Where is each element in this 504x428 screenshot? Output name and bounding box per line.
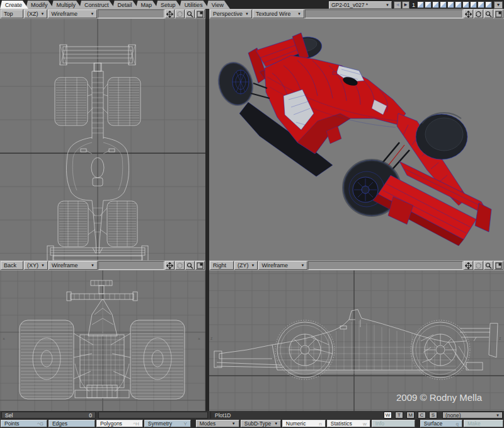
render-mode-dropdown[interactable]: Wireframe▼	[258, 261, 307, 270]
axes-button[interactable]: (XZ)▼	[24, 9, 47, 18]
points-mode-button[interactable]: Points^G	[1, 420, 47, 427]
info-panel-button[interactable]: Info	[372, 420, 415, 427]
tab-utilities[interactable]: Utilities	[180, 1, 209, 9]
render-mode-dropdown[interactable]: Wireframe▼	[48, 9, 97, 18]
viewport-titlebar[interactable]	[98, 9, 164, 18]
maximize-icon[interactable]	[494, 261, 503, 270]
axes-button[interactable]: (XY)▼	[24, 261, 48, 270]
statistics-panel-button[interactable]: Statisticsw	[327, 420, 370, 427]
vmap-selector-dropdown[interactable]: (none) ▼	[442, 412, 503, 419]
vmap-weight-button[interactable]: W	[384, 412, 392, 419]
maximize-icon[interactable]	[195, 261, 205, 270]
surface-button[interactable]: Surfaceq	[420, 420, 462, 427]
perspective-viewport-header: Perspective▼ Textured Wire▼	[209, 9, 504, 19]
rotate-icon[interactable]	[175, 261, 185, 270]
pan-icon[interactable]	[464, 261, 473, 270]
view-type-button[interactable]: Top	[1, 9, 23, 18]
zoom-icon[interactable]	[185, 261, 195, 270]
view-type-dropdown[interactable]: Perspective▼	[210, 9, 252, 18]
layer-box[interactable]	[447, 1, 454, 8]
modes-menu-button[interactable]: Modes▼	[196, 420, 239, 427]
tab-construct[interactable]: Construct	[79, 1, 115, 9]
status-bar: Sel 0 Plot1D W T M C S (none) ▼	[0, 411, 504, 419]
rotate-icon[interactable]	[175, 9, 185, 18]
symmetry-button[interactable]: SymmetryY	[144, 420, 191, 427]
vmap-color-button[interactable]: C	[418, 412, 426, 419]
layer-box[interactable]	[455, 1, 462, 8]
edges-mode-button[interactable]: Edges	[49, 420, 95, 427]
object-layer-bar: GP2-01_v027 * ▼ ◄ ► 1 ▼	[329, 1, 504, 9]
layer-box[interactable]	[478, 1, 484, 8]
pan-icon[interactable]	[165, 261, 175, 270]
top-viewport[interactable]	[0, 19, 205, 260]
numeric-panel-button[interactable]: Numericn	[282, 420, 326, 427]
viewport-titlebar[interactable]	[305, 9, 463, 18]
viewport-titlebar[interactable]	[98, 261, 164, 270]
layer-box[interactable]	[440, 1, 447, 8]
separator	[416, 420, 419, 427]
axes-button[interactable]: (ZY)▼	[234, 261, 258, 270]
sel-label: Sel	[5, 412, 13, 419]
viewport-row-top	[0, 19, 504, 260]
right-viewport[interactable]: z z	[209, 270, 504, 411]
dropdown-arrow-icon: ▼	[301, 263, 305, 267]
maximize-icon[interactable]	[494, 9, 503, 18]
axis-label-left: ×	[3, 337, 5, 341]
layer-menu-button[interactable]: ▼	[494, 1, 503, 9]
layer-box[interactable]	[425, 1, 432, 8]
maximize-icon[interactable]	[195, 9, 205, 18]
dropdown-arrow-icon: ▼	[496, 414, 500, 417]
render-mode-dropdown[interactable]: Wireframe▼	[49, 261, 98, 270]
status-info-field	[98, 412, 208, 419]
layer-box[interactable]	[462, 1, 469, 8]
layer-box[interactable]	[470, 1, 477, 8]
main-menu-tabbar: Create Modify Multiply Construct Detail …	[0, 0, 504, 9]
vmap-selection-button[interactable]: S	[429, 412, 437, 419]
mode-button-bar: Points^G Edges Polygons^H SymmetryY Mode…	[0, 419, 504, 428]
make-button[interactable]: Make	[464, 420, 503, 427]
perspective-canvas[interactable]	[209, 19, 504, 260]
dropdown-arrow-icon: ▼	[229, 422, 236, 425]
object-selector[interactable]: GP2-01_v027 * ▼	[329, 1, 392, 9]
tab-map[interactable]: Map	[136, 1, 159, 9]
separator	[192, 420, 195, 427]
view-type-button[interactable]: Right	[210, 261, 234, 270]
vmap-morph-button[interactable]: M	[406, 412, 415, 419]
vmap-texture-button[interactable]: T	[395, 412, 403, 419]
tab-multiply[interactable]: Multiply	[52, 1, 83, 9]
zoom-icon[interactable]	[185, 9, 195, 18]
perspective-viewport[interactable]	[209, 19, 504, 260]
rotate-icon[interactable]	[474, 261, 483, 270]
polygons-mode-button[interactable]: Polygons^H	[96, 420, 143, 427]
axis-label-left: z	[210, 336, 213, 340]
next-layer-button[interactable]: ►	[402, 1, 410, 9]
viewport-background	[209, 270, 504, 411]
zoom-icon[interactable]	[484, 261, 493, 270]
dropdown-arrow-icon: ▼	[297, 12, 301, 16]
layer-box[interactable]	[432, 1, 439, 8]
zoom-icon[interactable]	[484, 9, 493, 18]
render-mode-dropdown[interactable]: Textured Wire▼	[253, 9, 304, 18]
sel-value: 0	[89, 412, 92, 419]
pan-icon[interactable]	[464, 9, 473, 18]
tab-view[interactable]: View	[207, 1, 230, 9]
axis-label-right: ×	[198, 337, 200, 341]
layer-box[interactable]	[485, 1, 492, 8]
tab-create[interactable]: Create	[0, 1, 28, 9]
viewport-titlebar[interactable]	[308, 261, 463, 270]
back-viewport[interactable]: × ×	[0, 270, 205, 411]
right-view-canvas[interactable]: z z	[209, 270, 504, 411]
layer-box[interactable]	[417, 1, 424, 8]
rotate-icon[interactable]	[474, 9, 483, 18]
subd-type-button[interactable]: SubD-Type▼	[241, 420, 281, 427]
top-view-canvas[interactable]	[0, 19, 205, 260]
view-type-button[interactable]: Back	[1, 261, 23, 270]
dropdown-arrow-icon: ▼	[41, 263, 45, 267]
tab-detail[interactable]: Detail	[113, 1, 139, 9]
prev-layer-button[interactable]: ◄	[394, 1, 401, 9]
pan-icon[interactable]	[165, 9, 175, 18]
tab-modify[interactable]: Modify	[26, 1, 54, 9]
tab-setup[interactable]: Setup	[156, 1, 182, 9]
back-view-canvas[interactable]: × ×	[0, 270, 205, 411]
dropdown-arrow-icon: ▼	[386, 3, 389, 7]
